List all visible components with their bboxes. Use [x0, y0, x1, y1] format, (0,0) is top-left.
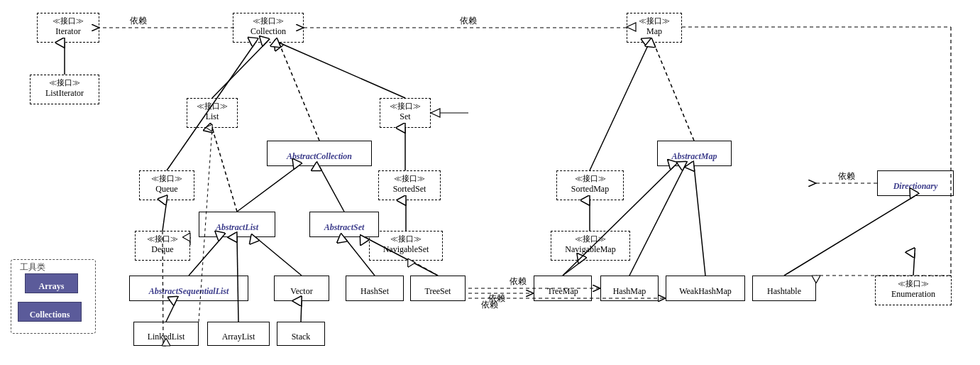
deque-box: ≪接口≫ Deque — [135, 231, 190, 261]
vector-box: Vector — [274, 276, 329, 301]
hashtable-box: Hashtable — [752, 276, 816, 301]
svg-line-29 — [563, 261, 583, 276]
enumeration-box: ≪接口≫ Enumeration — [875, 276, 952, 305]
yilai-label-1: 依赖 — [130, 16, 147, 26]
linkedlist-box: LinkedList — [133, 322, 199, 346]
yilai-label-2: 依赖 — [460, 16, 477, 26]
sortedmap-box: ≪接口≫ SortedMap — [556, 170, 624, 200]
abstractsequentiallist-box: AbstractSequentialList — [129, 276, 248, 301]
abstractset-box: AbstractSet — [309, 212, 379, 237]
collections-box: Collections — [18, 302, 82, 322]
directionary-box: Directionary — [877, 170, 954, 196]
weakhashmap-box: WeakHashMap — [666, 276, 745, 301]
svg-line-13 — [319, 166, 344, 212]
svg-line-35 — [913, 253, 915, 276]
svg-line-33 — [784, 196, 915, 276]
svg-line-7 — [279, 43, 405, 98]
arrays-box: Arrays — [25, 273, 78, 293]
arraylist-box: ArrayList — [207, 322, 270, 346]
abstractcollection-box: AbstractCollection — [267, 141, 372, 166]
yilai-directionary: 依赖 — [838, 171, 855, 181]
svg-line-12 — [237, 166, 298, 212]
svg-marker-42 — [431, 109, 440, 117]
hashmap-box: HashMap — [600, 276, 659, 301]
hashset-box: HashSet — [346, 276, 404, 301]
svg-line-27 — [654, 43, 694, 141]
uml-diagram: 工具类 Arrays Collections ≪接口≫ Iterator ≪接口… — [0, 0, 980, 365]
set-box: ≪接口≫ Set — [380, 98, 431, 128]
treemap-box: TreeMap — [534, 276, 592, 301]
svg-line-26 — [590, 43, 649, 170]
abstractlist-box: AbstractList — [199, 212, 275, 237]
svg-line-31 — [629, 166, 685, 276]
svg-line-32 — [694, 166, 705, 276]
listiterator-box: ≪接口≫ ListIterator — [30, 75, 99, 104]
yilai-weakhashmap: 依赖 — [481, 300, 498, 310]
abstractmap-box: AbstractMap — [657, 141, 732, 166]
yilai-hashset-hashmap: 依赖 — [510, 276, 527, 286]
collection-box: ≪接口≫ Collection — [233, 13, 304, 43]
svg-line-8 — [279, 43, 319, 141]
svg-line-16 — [412, 261, 438, 276]
navigableset-box: ≪接口≫ NavigableSet — [369, 231, 443, 261]
tools-label: 工具类 — [20, 261, 45, 273]
svg-line-17 — [189, 237, 222, 276]
svg-line-19 — [255, 237, 302, 276]
list-box: ≪接口≫ List — [187, 98, 238, 128]
queue-box: ≪接口≫ Queue — [139, 170, 194, 200]
map-box: ≪接口≫ Map — [627, 13, 682, 43]
stack-box: Stack — [277, 322, 325, 346]
svg-line-11 — [212, 128, 237, 212]
yilai-treeset-treemap: 依赖 — [488, 293, 505, 303]
treeset-box: TreeSet — [410, 276, 466, 301]
svg-line-5 — [212, 43, 266, 98]
sortedset-box: ≪接口≫ SortedSet — [378, 170, 441, 200]
navigablemap-box: ≪接口≫ NavigableMap — [551, 231, 630, 261]
svg-line-21 — [301, 301, 302, 322]
svg-line-22 — [163, 200, 167, 231]
svg-line-20 — [166, 301, 176, 322]
iterator-box: ≪接口≫ Iterator — [37, 13, 99, 43]
